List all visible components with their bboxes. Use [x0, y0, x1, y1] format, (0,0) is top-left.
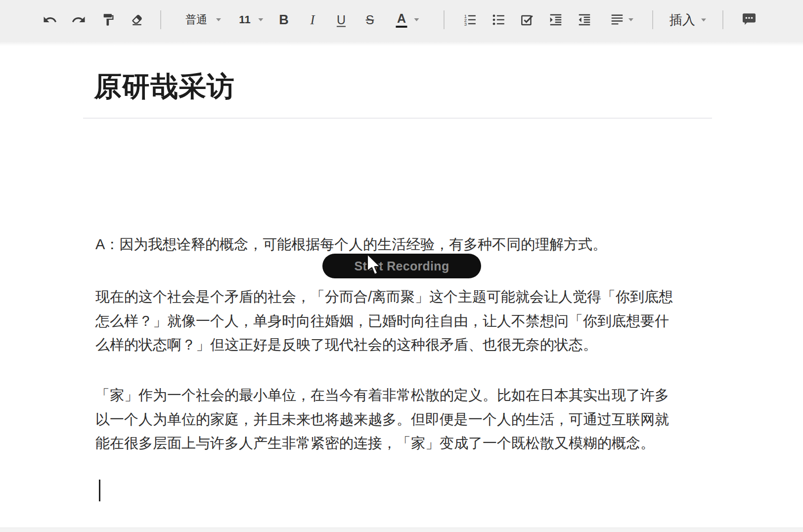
indent-decrease-button[interactable] — [575, 10, 594, 29]
italic-label: I — [311, 12, 315, 28]
toolbar-divider — [160, 10, 161, 29]
comment-icon — [741, 12, 757, 28]
indent-increase-button[interactable] — [546, 10, 565, 29]
insert-label: 插入 — [669, 11, 695, 29]
paragraph-line: 「家」作为一个社会的最小单位，在当今有着非常松散的定义。比如在日本其实出现了许多 — [95, 383, 689, 407]
toolbar-divider — [722, 10, 723, 29]
paragraph: A：因为我想诠释的概念，可能根据每个人的生活经验，有多种不同的理解方式。 — [95, 232, 689, 257]
bulleted-list-button[interactable] — [489, 10, 508, 29]
text-color-icon: A — [396, 12, 407, 28]
align-dropdown[interactable] — [608, 10, 635, 29]
strikethrough-label: S — [366, 13, 374, 27]
dropdown-caret-icon — [216, 18, 221, 21]
svg-text:3: 3 — [464, 22, 467, 27]
numbered-list-button[interactable]: 1 2 3 — [460, 10, 479, 29]
numbered-list-icon: 1 2 3 — [462, 12, 477, 27]
format-paint-button[interactable] — [99, 11, 117, 29]
strikethrough-button[interactable]: S — [364, 11, 376, 29]
style-dropdown[interactable]: 普通 — [183, 10, 223, 29]
font-size-dropdown[interactable]: 11 — [237, 11, 265, 28]
text-color-label: A — [397, 12, 406, 25]
toolbar: 普通 11 B I U S A — [0, 0, 803, 41]
comment-button[interactable] — [739, 10, 759, 30]
checklist-icon — [520, 12, 535, 27]
bold-button[interactable]: B — [277, 10, 291, 30]
undo-icon — [43, 12, 57, 27]
document-editor-app: 普通 11 B I U S A — [0, 0, 803, 532]
insert-dropdown[interactable]: 插入 — [668, 9, 708, 31]
page-bottom-strip — [0, 528, 803, 532]
paragraph: 「家」作为一个社会的最小单位，在当今有着非常松散的定义。比如在日本其实出现了许多… — [95, 383, 689, 455]
paragraph-line: 能在很多层面上与许多人产生非常紧密的连接，「家」变成了一个既松散又模糊的概念。 — [95, 431, 689, 455]
bold-label: B — [279, 12, 289, 28]
font-size-value: 11 — [239, 13, 250, 26]
paragraph-line: 么样的状态啊？」但这正好是反映了现代社会的这种很矛盾、也很无奈的状态。 — [95, 333, 689, 357]
format-paint-icon — [101, 13, 115, 27]
start-recording-button[interactable]: Start Recording — [322, 254, 481, 278]
style-dropdown-value: 普通 — [185, 12, 207, 27]
paragraph-line: A：因为我想诠释的概念，可能根据每个人的生活经验，有多种不同的理解方式。 — [95, 232, 689, 257]
underline-button[interactable]: U — [335, 11, 348, 29]
paragraph-line: 怎么样？」就像一个人，单身时向往婚姻，已婚时向往自由，让人不禁想问「你到底想要什 — [95, 309, 689, 333]
italic-button[interactable]: I — [309, 10, 317, 30]
bulleted-list-icon — [491, 12, 506, 27]
clear-formatting-button[interactable] — [128, 11, 146, 29]
indent-decrease-icon — [577, 12, 592, 27]
title-divider — [83, 118, 712, 119]
paragraph-line: 现在的这个社会是个矛盾的社会，「分而合/离而聚」这个主题可能就会让人觉得「你到底… — [95, 285, 689, 309]
align-icon — [610, 12, 625, 27]
dropdown-caret-icon — [701, 18, 706, 21]
text-cursor — [99, 480, 100, 501]
undo-button[interactable] — [41, 10, 59, 29]
text-color-button[interactable]: A — [394, 10, 421, 30]
redo-button[interactable] — [69, 10, 88, 29]
dropdown-caret-icon — [259, 18, 264, 21]
checklist-button[interactable] — [518, 10, 536, 29]
clear-formatting-icon — [130, 13, 144, 27]
paragraph-line: 以一个人为单位的家庭，并且未来也将越来越多。但即便是一个人的生活，可通过互联网就 — [95, 407, 689, 432]
dropdown-caret-icon — [628, 18, 633, 21]
paragraph: 现在的这个社会是个矛盾的社会，「分而合/离而聚」这个主题可能就会让人觉得「你到底… — [95, 285, 689, 357]
underline-label: U — [337, 13, 346, 27]
dropdown-caret-icon — [414, 18, 419, 21]
indent-increase-icon — [548, 12, 563, 27]
redo-icon — [71, 12, 86, 27]
page-title: 原研哉采访 — [94, 69, 235, 104]
toolbar-divider — [444, 10, 445, 29]
toolbar-divider — [652, 10, 653, 29]
